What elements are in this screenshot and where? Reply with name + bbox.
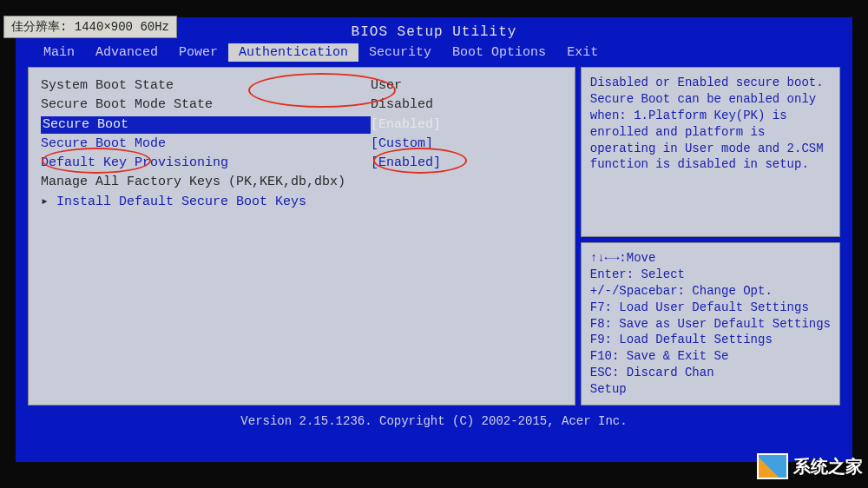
watermark: 系统之家 <box>757 453 863 479</box>
settings-panel: System Boot State User Secure Boot Mode … <box>28 67 575 406</box>
row-secure-boot[interactable]: Secure Boot [Enabled] <box>41 115 562 135</box>
value-secure-boot-mode-state: Disabled <box>371 96 562 114</box>
menu-advanced[interactable]: Advanced <box>85 43 168 62</box>
value-system-boot-state: User <box>371 77 562 95</box>
watermark-icon <box>757 453 788 479</box>
row-secure-boot-mode-state: Secure Boot Mode State Disabled <box>41 96 562 115</box>
menu-exit[interactable]: Exit <box>556 43 608 62</box>
key-f8: F8: Save as User Default Settings <box>590 316 831 333</box>
row-default-key-provisioning[interactable]: Default Key Provisioning [Enabled] <box>41 154 562 173</box>
help-line-2: Secure Boot can be enabled only when: 1.… <box>590 91 831 173</box>
row-install-default-keys[interactable]: Install Default Secure Boot Keys <box>41 193 562 212</box>
bios-footer: Version 2.15.1236. Copyright (C) 2002-20… <box>16 411 852 432</box>
help-line-1: Disabled or Enabled secure boot. <box>590 75 831 91</box>
monitor-osd-overlay: 佳分辨率: 1440×900 60Hz <box>3 16 177 38</box>
menu-boot-options[interactable]: Boot Options <box>442 43 556 62</box>
help-panel: Disabled or Enabled secure boot. Secure … <box>581 67 840 237</box>
key-f10: F10: Save & Exit Se <box>590 348 831 365</box>
label-secure-boot-mode: Secure Boot Mode <box>41 135 371 153</box>
label-install-default-keys: Install Default Secure Boot Keys <box>41 194 562 211</box>
key-help-panel: ↑↓←→:Move Enter: Select +/-/Spacebar: Ch… <box>581 242 840 406</box>
value-default-key-provisioning[interactable]: [Enabled] <box>371 155 562 172</box>
bios-menu-bar: Main Advanced Power Authentication Secur… <box>16 43 852 62</box>
key-setup: Setup <box>590 381 831 398</box>
value-secure-boot[interactable]: [Enabled] <box>371 116 562 134</box>
key-move: ↑↓←→:Move <box>590 250 831 267</box>
label-default-key-provisioning: Default Key Provisioning <box>41 155 371 172</box>
label-manage-factory-keys: Manage All Factory Keys (PK,KEK,db,dbx) <box>41 174 562 191</box>
menu-authentication[interactable]: Authentication <box>228 43 358 62</box>
menu-power[interactable]: Power <box>168 43 228 62</box>
row-system-boot-state: System Boot State User <box>41 76 562 96</box>
key-change: +/-/Spacebar: Change Opt. <box>590 283 831 300</box>
value-secure-boot-mode[interactable]: [Custom] <box>371 135 562 153</box>
label-system-boot-state: System Boot State <box>41 77 371 95</box>
key-enter: Enter: Select <box>590 267 831 283</box>
label-secure-boot: Secure Boot <box>41 116 371 134</box>
menu-security[interactable]: Security <box>358 43 442 62</box>
key-f7: F7: Load User Default Settings <box>590 300 831 316</box>
row-manage-factory-keys: Manage All Factory Keys (PK,KEK,db,dbx) <box>41 173 562 192</box>
bios-screen: BIOS Setup Utility Main Advanced Power A… <box>16 17 852 462</box>
watermark-text: 系统之家 <box>793 455 863 478</box>
label-secure-boot-mode-state: Secure Boot Mode State <box>41 96 371 114</box>
key-esc: ESC: Discard Chan <box>590 365 831 381</box>
key-f9: F9: Load Default Settings <box>590 332 831 348</box>
row-secure-boot-mode[interactable]: Secure Boot Mode [Custom] <box>41 135 562 154</box>
menu-main[interactable]: Main <box>33 43 85 62</box>
